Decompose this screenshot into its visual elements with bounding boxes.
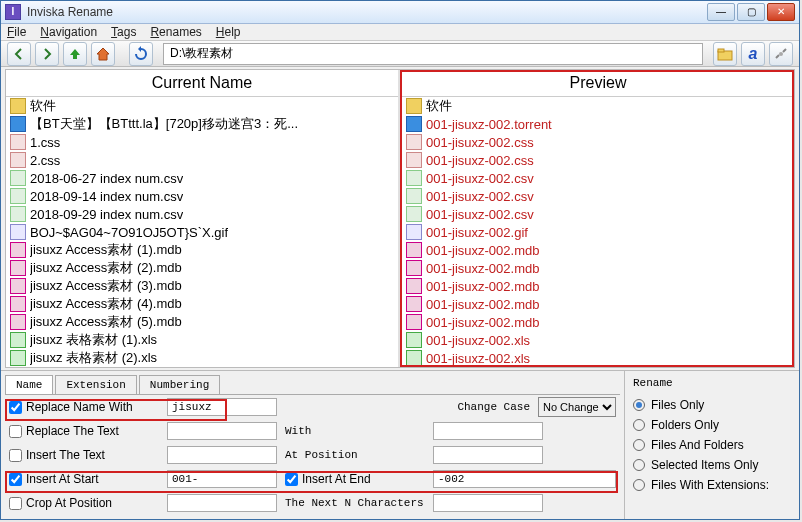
nav-back-button[interactable] — [7, 42, 31, 66]
rename-scope: Rename Files Only Folders Only Files And… — [624, 371, 799, 519]
replace-name-with-input[interactable] — [167, 398, 277, 416]
bt-icon — [10, 116, 26, 132]
current-name-list[interactable]: 软件【BT天堂】【BTttt.la】[720p]移动迷宫3：死...1.css2… — [6, 97, 398, 367]
menu-help[interactable]: Help — [216, 25, 241, 39]
insert-at-start-input[interactable] — [167, 470, 277, 488]
list-item[interactable]: 001-jisuxz-002.xls — [402, 349, 794, 367]
mdb-icon — [406, 296, 422, 312]
font-button[interactable]: a — [741, 42, 765, 66]
radio-files-with-ext[interactable]: Files With Extensions: — [633, 475, 791, 495]
mdb-icon — [10, 314, 26, 330]
insert-at-end-check[interactable] — [285, 473, 298, 486]
list-item[interactable]: jisuxz 表格素材 (2).xls — [6, 349, 398, 367]
list-item[interactable]: 2018-06-27 index num.csv — [6, 169, 398, 187]
next-n-input[interactable] — [433, 494, 543, 512]
list-item[interactable]: 001-jisuxz-002.csv — [402, 205, 794, 223]
nav-home-button[interactable] — [91, 42, 115, 66]
radio-selected-items[interactable]: Selected Items Only — [633, 455, 791, 475]
list-item[interactable]: 【BT天堂】【BTttt.la】[720p]移动迷宫3：死... — [6, 115, 398, 133]
path-input[interactable]: D:\教程素材 — [163, 43, 703, 65]
list-item[interactable]: 001-jisuxz-002.mdb — [402, 241, 794, 259]
replace-the-text-input[interactable] — [167, 422, 277, 440]
at-position-input[interactable] — [433, 446, 543, 464]
folder-open-button[interactable] — [713, 42, 737, 66]
titlebar[interactable]: I Inviska Rename — ▢ ✕ — [1, 1, 799, 24]
radio-files-only[interactable]: Files Only — [633, 395, 791, 415]
list-item[interactable]: 001-jisuxz-002.gif — [402, 223, 794, 241]
list-item[interactable]: 001-jisuxz-002.css — [402, 133, 794, 151]
file-name: 2018-09-14 index num.csv — [30, 189, 183, 204]
insert-the-text-input[interactable] — [167, 446, 277, 464]
list-item[interactable]: jisuxz Access素材 (5).mdb — [6, 313, 398, 331]
list-item[interactable]: 001-jisuxz-002.css — [402, 151, 794, 169]
list-item[interactable]: 001-jisuxz-002.mdb — [402, 259, 794, 277]
insert-the-text-label[interactable]: Insert The Text — [9, 448, 159, 462]
file-name: 001-jisuxz-002.xls — [426, 333, 530, 348]
replace-the-text-label[interactable]: Replace The Text — [9, 424, 159, 438]
list-item[interactable]: 2018-09-14 index num.csv — [6, 187, 398, 205]
crop-at-position-input[interactable] — [167, 494, 277, 512]
csv-icon — [406, 206, 422, 222]
list-item[interactable]: 001-jisuxz-002.csv — [402, 187, 794, 205]
list-item[interactable]: 软件 — [402, 97, 794, 115]
insert-the-text-check[interactable] — [9, 449, 22, 462]
nav-forward-button[interactable] — [35, 42, 59, 66]
tab-name[interactable]: Name — [5, 375, 53, 394]
radio-folders-only[interactable]: Folders Only — [633, 415, 791, 435]
replace-the-text-check[interactable] — [9, 425, 22, 438]
menu-file[interactable]: File — [7, 25, 26, 39]
list-item[interactable]: 001-jisuxz-002.csv — [402, 169, 794, 187]
file-name: 001-jisuxz-002.css — [426, 153, 534, 168]
with-input[interactable] — [433, 422, 543, 440]
file-name: 【BT天堂】【BTttt.la】[720p]移动迷宫3：死... — [30, 115, 298, 133]
list-item[interactable]: jisuxz Access素材 (4).mdb — [6, 295, 398, 313]
menu-renames[interactable]: Renames — [150, 25, 201, 39]
replace-name-with-check[interactable] — [9, 401, 22, 414]
list-item[interactable]: 软件 — [6, 97, 398, 115]
refresh-button[interactable] — [129, 42, 153, 66]
insert-at-end-label[interactable]: Insert At End — [285, 472, 425, 486]
tab-extension[interactable]: Extension — [55, 375, 136, 394]
list-item[interactable]: 001-jisuxz-002.mdb — [402, 277, 794, 295]
maximize-button[interactable]: ▢ — [737, 3, 765, 21]
list-item[interactable]: BOJ~$AG04~7O91OJ5OT}S`X.gif — [6, 223, 398, 241]
css-icon — [406, 152, 422, 168]
list-item[interactable]: 001-jisuxz-002.mdb — [402, 313, 794, 331]
change-case-select[interactable]: No Change — [538, 397, 616, 417]
csv-icon — [10, 206, 26, 222]
radio-icon — [633, 479, 645, 491]
mdb-icon — [10, 260, 26, 276]
file-name: 软件 — [30, 97, 56, 115]
nav-up-button[interactable] — [63, 42, 87, 66]
menu-navigation[interactable]: Navigation — [40, 25, 97, 39]
list-item[interactable]: 001-jisuxz-002.xls — [402, 331, 794, 349]
list-item[interactable]: 1.css — [6, 133, 398, 151]
menu-tags[interactable]: Tags — [111, 25, 136, 39]
insert-at-start-check[interactable] — [9, 473, 22, 486]
list-item[interactable]: jisuxz 表格素材 (1).xls — [6, 331, 398, 349]
replace-name-with-label[interactable]: Replace Name With — [9, 400, 159, 414]
list-item[interactable]: 001-jisuxz-002.torrent — [402, 115, 794, 133]
list-item[interactable]: 2018-09-29 index num.csv — [6, 205, 398, 223]
insert-at-end-input[interactable] — [433, 470, 616, 488]
close-button[interactable]: ✕ — [767, 3, 795, 21]
settings-button[interactable] — [769, 42, 793, 66]
preview-list[interactable]: 软件001-jisuxz-002.torrent001-jisuxz-002.c… — [402, 97, 794, 367]
app-window: I Inviska Rename — ▢ ✕ File Navigation T… — [0, 0, 800, 520]
list-item[interactable]: jisuxz Access素材 (3).mdb — [6, 277, 398, 295]
file-name: 001-jisuxz-002.mdb — [426, 297, 539, 312]
crop-at-position-check[interactable] — [9, 497, 22, 510]
file-name: 2018-06-27 index num.csv — [30, 171, 183, 186]
crop-at-position-label[interactable]: Crop At Position — [9, 496, 159, 510]
at-position-label: At Position — [285, 449, 425, 461]
radio-files-and-folders[interactable]: Files And Folders — [633, 435, 791, 455]
list-item[interactable]: jisuxz Access素材 (1).mdb — [6, 241, 398, 259]
tab-numbering[interactable]: Numbering — [139, 375, 220, 394]
minimize-button[interactable]: — — [707, 3, 735, 21]
list-item[interactable]: 001-jisuxz-002.mdb — [402, 295, 794, 313]
gif-icon — [10, 224, 26, 240]
insert-at-start-label[interactable]: Insert At Start — [9, 472, 159, 486]
file-name: BOJ~$AG04~7O91OJ5OT}S`X.gif — [30, 225, 228, 240]
list-item[interactable]: 2.css — [6, 151, 398, 169]
list-item[interactable]: jisuxz Access素材 (2).mdb — [6, 259, 398, 277]
